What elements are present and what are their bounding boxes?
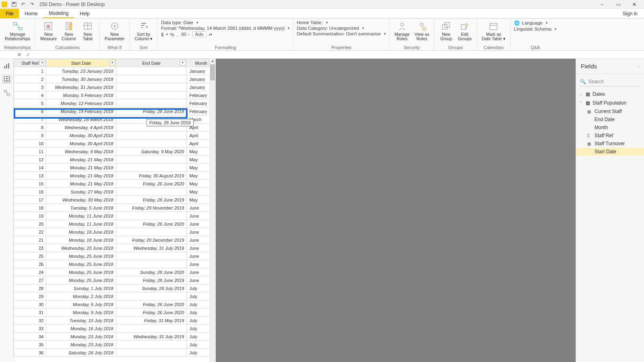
field-item[interactable]: End Date xyxy=(576,115,644,123)
cell-end-date[interactable]: Friday, 26 June 2020 xyxy=(116,220,187,228)
data-table[interactable]: Staff Ref▾ Start Date▾ End Date▾ Month▾ … xyxy=(14,59,216,362)
cell-start-date[interactable]: Monday, 18 June 2018 xyxy=(46,228,116,236)
cell-start-date[interactable]: Monday, 16 July 2018 xyxy=(46,325,116,333)
field-item[interactable]: Month xyxy=(576,123,644,132)
cell-end-date[interactable]: Friday, 31 May 2019 xyxy=(116,317,187,325)
cell-end-date[interactable]: Sunday, 28 June 2020 xyxy=(116,268,187,276)
cell-staff-ref[interactable]: 7 xyxy=(14,115,46,123)
table-row[interactable]: 12Monday, 21 May 2018May xyxy=(14,156,216,164)
filter-dropdown-icon[interactable]: ▾ xyxy=(109,60,115,66)
cell-staff-ref[interactable]: 11 xyxy=(14,148,46,156)
cell-end-date[interactable]: Friday, 28 June 2019 xyxy=(116,107,187,115)
new-parameter-button[interactable]: New Parameter xyxy=(103,20,126,42)
cell-start-date[interactable]: Monday, 23 July 2018 xyxy=(46,333,116,341)
table-row[interactable]: 16Sunday, 27 May 2018May xyxy=(14,188,216,196)
cell-end-date[interactable] xyxy=(116,99,187,107)
cell-end-date[interactable]: Wednesday, 31 July 2019 xyxy=(116,333,187,341)
cell-end-date[interactable] xyxy=(116,67,187,75)
table-row[interactable]: 28Sunday, 1 July 2018Sunday, 28 July 201… xyxy=(14,284,216,292)
cell-end-date[interactable] xyxy=(116,325,187,333)
cell-start-date[interactable]: Monday, 21 May 2018 xyxy=(46,156,116,164)
cell-start-date[interactable]: Wednesday, 9 May 2018 xyxy=(46,148,116,156)
cell-end-date[interactable]: Friday, 26 June 2020 xyxy=(116,180,187,188)
table-row[interactable]: 36Saturday, 28 July 2018July xyxy=(14,349,216,357)
field-item[interactable]: ▦Staff Turnover xyxy=(576,140,644,148)
linguistic-schema-dropdown[interactable]: Linguistic Schema▾ xyxy=(514,27,557,31)
cell-staff-ref[interactable]: 14 xyxy=(14,164,46,172)
format-dropdown[interactable]: Format: *Wednesday, 14 March 2001 (dddd,… xyxy=(161,26,290,31)
table-row[interactable]: 25Monday, 25 June 2018June xyxy=(14,252,216,260)
scroll-thumb[interactable] xyxy=(210,64,215,80)
cell-start-date[interactable]: Monday, 2 July 2018 xyxy=(46,292,116,300)
cell-start-date[interactable]: Wednesday, 20 June 2018 xyxy=(46,244,116,252)
cell-staff-ref[interactable]: 27 xyxy=(14,276,46,284)
col-start-date[interactable]: Start Date▾ xyxy=(46,59,116,67)
cell-end-date[interactable]: Sunday, 28 July 2019 xyxy=(116,284,187,292)
table-row[interactable]: 6Monday, 19 February 2018Friday, 28 June… xyxy=(14,107,216,115)
cell-staff-ref[interactable]: 34 xyxy=(14,333,46,341)
table-row[interactable]: 18Tuesday, 5 June 2018Friday, 29 Novembe… xyxy=(14,204,216,212)
cell-start-date[interactable]: Wednesday, 4 April 2018 xyxy=(46,123,116,132)
table-row[interactable]: 19Monday, 11 June 2018June xyxy=(14,212,216,220)
cell-end-date[interactable] xyxy=(116,341,187,349)
fields-header[interactable]: Fields› xyxy=(576,59,644,74)
cell-start-date[interactable]: Saturday, 28 July 2018 xyxy=(46,349,116,357)
defsummarization-dropdown[interactable]: Default Summarization: Don't summarize▾ xyxy=(297,31,386,36)
table-row[interactable]: 27Monday, 25 June 2018Friday, 28 June 20… xyxy=(14,276,216,284)
table-row[interactable]: 3Wednesday, 31 January 2018January xyxy=(14,83,216,91)
cell-end-date[interactable] xyxy=(116,91,187,99)
cell-start-date[interactable]: Tuesday, 30 January 2018 xyxy=(46,75,116,83)
cell-staff-ref[interactable]: 8 xyxy=(14,123,46,132)
datacategory-dropdown[interactable]: Data Category: Uncategorized▾ xyxy=(297,26,364,31)
cell-start-date[interactable]: Wednesday, 28 March 2018 xyxy=(46,115,116,123)
cell-start-date[interactable]: Monday, 11 June 2018 xyxy=(46,212,116,220)
table-row[interactable]: 29Monday, 2 July 2018July xyxy=(14,292,216,300)
cell-staff-ref[interactable]: 2 xyxy=(14,75,46,83)
cell-staff-ref[interactable]: 6 xyxy=(14,107,46,115)
table-row[interactable]: 15Monday, 21 May 2018Friday, 26 June 202… xyxy=(14,180,216,188)
field-item[interactable]: ΣStaff Ref xyxy=(576,132,644,140)
cell-start-date[interactable]: Monday, 30 April 2018 xyxy=(46,132,116,140)
cell-staff-ref[interactable]: 26 xyxy=(14,260,46,268)
cell-start-date[interactable]: Monday, 25 June 2018 xyxy=(46,260,116,268)
cell-end-date[interactable] xyxy=(116,164,187,172)
cell-staff-ref[interactable]: 18 xyxy=(14,204,46,212)
col-staff-ref[interactable]: Staff Ref▾ xyxy=(14,59,46,67)
tab-help[interactable]: Help xyxy=(74,9,95,18)
table-row[interactable]: 30Monday, 9 July 2018Friday, 26 June 202… xyxy=(14,300,216,309)
table-staff-population[interactable]: ⌃▦Staff Population xyxy=(576,99,644,107)
accept-formula-icon[interactable]: ✓ xyxy=(24,51,32,58)
table-row[interactable]: 20Monday, 11 June 2018Friday, 26 June 20… xyxy=(14,220,216,228)
currency-button[interactable]: $ xyxy=(161,32,163,37)
field-item[interactable]: Start Date xyxy=(576,148,644,156)
data-view-icon[interactable] xyxy=(2,75,11,84)
cell-start-date[interactable]: Sunday, 27 May 2018 xyxy=(46,188,116,196)
cell-start-date[interactable]: Monday, 25 June 2018 xyxy=(46,252,116,260)
table-row[interactable]: 31Monday, 9 July 2018Friday, 26 June 202… xyxy=(14,309,216,317)
table-row[interactable]: 32Tuesday, 10 July 2018Friday, 31 May 20… xyxy=(14,317,216,325)
cell-end-date[interactable]: Friday, 30 August 2019 xyxy=(116,172,187,180)
cell-start-date[interactable]: Wednesday, 31 January 2018 xyxy=(46,83,116,91)
cell-staff-ref[interactable]: 17 xyxy=(14,196,46,204)
cell-staff-ref[interactable]: 23 xyxy=(14,244,46,252)
table-row[interactable]: 26Monday, 25 June 2018June xyxy=(14,260,216,268)
table-row[interactable]: 14Monday, 21 May 2018May xyxy=(14,164,216,172)
cell-start-date[interactable]: Monday, 23 July 2018 xyxy=(46,341,116,349)
maximize-button[interactable]: ▭ xyxy=(610,0,626,9)
table-row[interactable]: 17Wednesday, 30 May 2018Friday, 28 June … xyxy=(14,196,216,204)
cell-staff-ref[interactable]: 10 xyxy=(14,140,46,148)
cell-end-date[interactable] xyxy=(116,292,187,300)
report-view-icon[interactable] xyxy=(2,61,11,70)
cell-end-date[interactable] xyxy=(116,140,187,148)
cell-start-date[interactable]: Monday, 9 July 2018 xyxy=(46,309,116,317)
cell-staff-ref[interactable]: 29 xyxy=(14,292,46,300)
table-row[interactable]: 22Monday, 18 June 2018June xyxy=(14,228,216,236)
table-row[interactable]: 2Tuesday, 30 January 2018January xyxy=(14,75,216,83)
cell-staff-ref[interactable]: 31 xyxy=(14,309,46,317)
cell-end-date[interactable] xyxy=(116,75,187,83)
col-end-date[interactable]: End Date▾ xyxy=(116,59,187,67)
cell-staff-ref[interactable]: 30 xyxy=(14,300,46,309)
filter-dropdown-icon[interactable]: ▾ xyxy=(39,60,45,66)
cell-end-date[interactable] xyxy=(116,83,187,91)
percent-button[interactable]: % xyxy=(170,32,174,37)
